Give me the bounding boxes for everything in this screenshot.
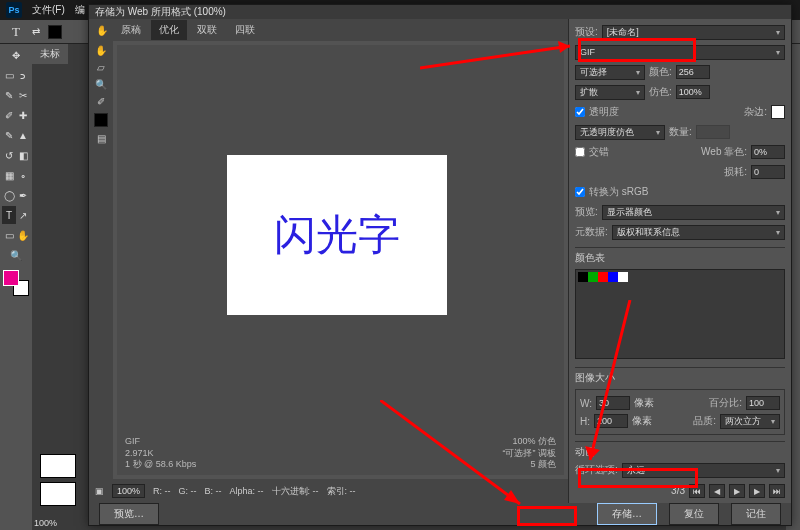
transparency-label: 透明度 — [589, 105, 619, 119]
play-button[interactable]: ▶ — [729, 484, 745, 498]
srgb-label: 转换为 sRGB — [589, 185, 648, 199]
save-button[interactable]: 存储… — [597, 503, 657, 525]
interlace-check[interactable] — [575, 147, 585, 157]
tools-panel: ✥ ▭ɔ ✎✂ ✐✚ ✎▲ ↺◧ ▦∘ ◯✒ T↗ ▭✋ 🔍 — [0, 44, 32, 530]
hand-icon[interactable]: ✋ — [93, 21, 111, 39]
hand-tool-icon[interactable]: ✋ — [95, 45, 107, 56]
eyedropper-tool[interactable]: ✐ — [2, 106, 16, 124]
gradient-tool[interactable]: ▦ — [2, 166, 16, 184]
preset-select[interactable]: [未命名] — [602, 25, 785, 40]
tab-original[interactable]: 原稿 — [113, 20, 149, 40]
preview-stage: 闪光字 GIF 2.971K 1 秒 @ 58.6 Kbps 100% 仿色 “… — [117, 45, 564, 475]
width-label: W: — [580, 398, 592, 409]
srgb-check[interactable] — [575, 187, 585, 197]
option-swap-icon[interactable]: ⇄ — [32, 26, 40, 37]
dither-select[interactable]: 扩散 — [575, 85, 645, 100]
stamp-tool[interactable]: ▲ — [16, 126, 30, 144]
animation-header: 动画 — [575, 441, 785, 459]
tab-four-up[interactable]: 四联 — [227, 20, 263, 40]
lasso-tool[interactable]: ɔ — [16, 66, 30, 84]
quality-label: 品质: — [693, 414, 716, 428]
dither-amt-label: 仿色: — [649, 85, 672, 99]
crop-tool[interactable]: ✂ — [16, 86, 30, 104]
type-tool[interactable]: T — [2, 206, 16, 224]
eraser-tool[interactable]: ◧ — [16, 146, 30, 164]
zoom-out-icon[interactable]: ▣ — [95, 486, 104, 496]
colors-label: 颜色: — [649, 65, 672, 79]
web-snap-input[interactable] — [751, 145, 785, 159]
tab-optimized[interactable]: 优化 — [151, 20, 187, 40]
slice-visibility-icon[interactable]: ▤ — [97, 133, 106, 144]
readout-hex: 十六进制: -- — [272, 485, 319, 498]
color-picker[interactable] — [3, 270, 29, 296]
reduction-select[interactable]: 可选择 — [575, 65, 645, 80]
metadata-select[interactable]: 版权和联系信息 — [612, 225, 785, 240]
zoom-select[interactable]: 100% — [112, 484, 145, 498]
quality-select[interactable]: 两次立方 — [720, 414, 780, 429]
loop-select[interactable]: 永远 — [622, 463, 785, 478]
prev-frame-button[interactable]: ◀ — [709, 484, 725, 498]
frame-counter: 3/3 — [671, 485, 685, 496]
readout-alpha: Alpha: -- — [230, 486, 264, 496]
interlace-label: 交错 — [589, 145, 609, 159]
format-select[interactable]: GIF — [575, 45, 785, 60]
readout-r: R: -- — [153, 486, 171, 496]
width-input[interactable] — [596, 396, 630, 410]
tab-two-up[interactable]: 双联 — [189, 20, 225, 40]
frame-thumb[interactable] — [40, 482, 76, 506]
sample-color-swatch[interactable] — [94, 113, 108, 127]
matte-label: 杂边: — [744, 105, 767, 119]
menu-file[interactable]: 文件(F) — [32, 3, 65, 17]
dodge-tool[interactable]: ◯ — [2, 186, 16, 204]
menu-edit[interactable]: 编 — [75, 3, 85, 17]
px-label-2: 像素 — [632, 414, 652, 428]
text-color-swatch[interactable] — [48, 25, 62, 39]
trans-dither-select[interactable]: 无透明度仿色 — [575, 125, 665, 140]
brush-tool[interactable]: ✎ — [2, 126, 16, 144]
document-tab[interactable]: 未标 — [32, 44, 68, 64]
dither-amt-input[interactable] — [676, 85, 710, 99]
preview-canvas: 闪光字 — [227, 155, 447, 315]
preset-label: 预设: — [575, 25, 598, 39]
history-brush-tool[interactable]: ↺ — [2, 146, 16, 164]
blur-tool[interactable]: ∘ — [16, 166, 30, 184]
next-frame-button[interactable]: ▶ — [749, 484, 765, 498]
colors-input[interactable] — [676, 65, 710, 79]
color-table[interactable] — [575, 269, 785, 359]
transparency-check[interactable] — [575, 107, 585, 117]
zoom-tool-icon[interactable]: 🔍 — [95, 79, 107, 90]
zoom-tool[interactable]: 🔍 — [4, 246, 28, 264]
reset-button[interactable]: 复位 — [669, 503, 719, 525]
dialog-title: 存储为 Web 所用格式 (100%) — [89, 5, 791, 19]
move-tool[interactable]: ✥ — [4, 46, 28, 64]
preview-profile-label: 预览: — [575, 205, 598, 219]
frame-thumb[interactable] — [40, 454, 76, 478]
pen-tool[interactable]: ✒ — [16, 186, 30, 204]
type-tool-indicator: T — [8, 24, 24, 40]
percent-input[interactable] — [746, 396, 780, 410]
height-input[interactable] — [594, 414, 628, 428]
preview-info-right: 100% 仿色 “可选择” 调板 5 颜色 — [503, 436, 557, 471]
loop-label: 循环选项: — [575, 463, 618, 477]
quick-select-tool[interactable]: ✎ — [2, 86, 16, 104]
path-tool[interactable]: ↗ — [16, 206, 30, 224]
canvas-text: 闪光字 — [274, 207, 400, 263]
last-frame-button[interactable]: ⏭ — [769, 484, 785, 498]
web-snap-label: Web 靠色: — [701, 145, 747, 159]
height-label: H: — [580, 416, 590, 427]
eyedropper-icon[interactable]: ✐ — [97, 96, 105, 107]
shape-tool[interactable]: ▭ — [2, 226, 16, 244]
marquee-tool[interactable]: ▭ — [2, 66, 16, 84]
preview-info-left: GIF 2.971K 1 秒 @ 58.6 Kbps — [125, 436, 196, 471]
first-frame-button[interactable]: ⏮ — [689, 484, 705, 498]
preview-button[interactable]: 预览… — [99, 503, 159, 525]
matte-swatch[interactable] — [771, 105, 785, 119]
slice-tool-icon[interactable]: ▱ — [97, 62, 105, 73]
px-label: 像素 — [634, 396, 654, 410]
save-for-web-dialog: 存储为 Web 所用格式 (100%) ✋ 原稿 优化 双联 四联 ✋ ▱ 🔍 … — [88, 4, 792, 526]
heal-tool[interactable]: ✚ — [16, 106, 30, 124]
preview-profile-select[interactable]: 显示器颜色 — [602, 205, 785, 220]
lossy-input[interactable] — [751, 165, 785, 179]
remember-button[interactable]: 记住 — [731, 503, 781, 525]
hand-tool[interactable]: ✋ — [16, 226, 30, 244]
